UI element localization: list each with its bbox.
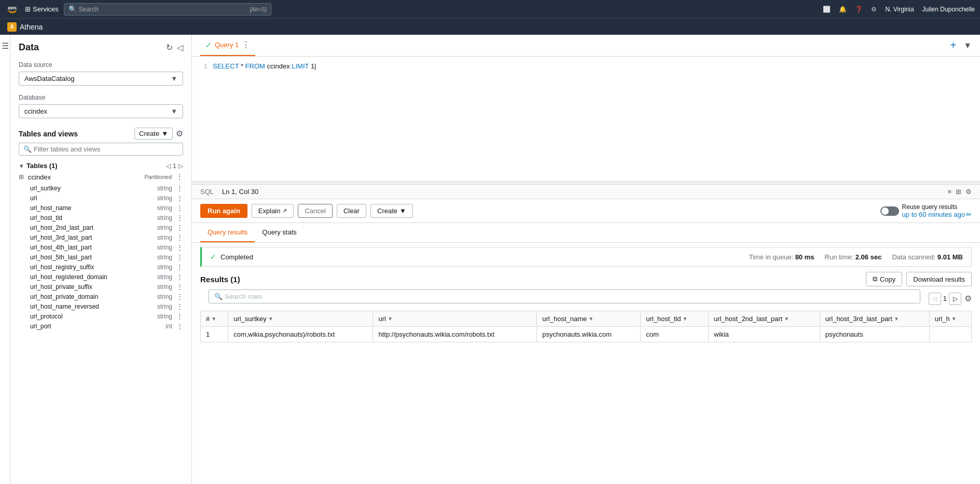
column-menu-icon[interactable]: ⋮ (176, 253, 183, 261)
sort-icon-url[interactable]: ▼ (388, 316, 393, 322)
search-rows-container: 🔍 (200, 289, 929, 308)
sort-icon-url-host-name[interactable]: ▼ (588, 316, 593, 322)
services-menu[interactable]: ⊞ Services (25, 5, 59, 13)
tab-query-results[interactable]: Query results (200, 223, 255, 242)
sort-icon-url-h[interactable]: ▼ (951, 316, 957, 322)
table-item[interactable]: ⊞ ccindex Partitioned ⋮ (10, 171, 191, 183)
cursor-position: Ln 1, Col 30 (222, 188, 258, 196)
search-rows-box[interactable]: 🔍 (209, 289, 920, 303)
tab-query-stats[interactable]: Query stats (255, 223, 303, 242)
run-button[interactable]: Run again (200, 204, 247, 218)
results-settings-icon[interactable]: ⚙ (964, 294, 972, 303)
app-layout: ☰ Data ↻ ◁ Data source AwsDataCatalog ▼ … (0, 35, 980, 484)
clear-button[interactable]: Clear (337, 204, 366, 218)
column-menu-icon[interactable]: ⋮ (176, 283, 183, 291)
database-dropdown[interactable]: ccindex ▼ (19, 104, 183, 118)
reuse-sub[interactable]: up to 60 minutes ago ✏ (902, 211, 972, 218)
create-table-button[interactable]: Create ▼ (134, 128, 173, 140)
col-header-url-host-name: url_host_name ▼ (537, 311, 641, 327)
region-selector[interactable]: N. Virginia (885, 6, 914, 13)
copy-icon: ⧉ (873, 275, 877, 283)
column-item: url_host_private_domain string ⋮ (10, 292, 191, 301)
next-page-button[interactable]: ▷ (949, 293, 961, 305)
tab-expand-icon[interactable]: ▼ (963, 41, 972, 50)
add-query-tab-button[interactable]: + (947, 39, 959, 51)
table-settings-icon[interactable]: ⚙ (176, 129, 183, 139)
column-menu-icon[interactable]: ⋮ (176, 224, 183, 231)
editor-toolbar-icons: ≡ ⊞ ⚙ (947, 188, 972, 196)
user-menu[interactable]: Julien Duponchelle (922, 6, 975, 13)
column-menu-icon[interactable]: ⋮ (176, 293, 183, 300)
sort-icon-num[interactable]: ▼ (211, 316, 216, 322)
column-menu-icon[interactable]: ⋮ (176, 312, 183, 320)
create-button[interactable]: Create ▼ (370, 204, 413, 218)
bell-icon[interactable]: 🔔 (839, 6, 847, 13)
next-page-icon[interactable]: ▷ (178, 162, 183, 170)
completed-text: Completed (220, 253, 253, 261)
sort-icon-url-surtkey[interactable]: ▼ (268, 316, 273, 322)
completed-icon: ✓ (210, 253, 216, 261)
column-menu-icon[interactable]: ⋮ (176, 243, 183, 251)
tables-expand-icon[interactable]: ▼ (19, 163, 24, 169)
global-search[interactable]: 🔍 [Alt+S] (64, 3, 271, 16)
editor-content[interactable]: 1 SELECT * FROM ccindex LIMIT 1| (192, 57, 980, 181)
column-name: url_host_registry_suffix (30, 264, 153, 271)
column-item: url_host_tld string ⋮ (10, 213, 191, 223)
data-source-dropdown[interactable]: AwsDataCatalog ▼ (19, 72, 183, 86)
sidebar-actions: ↻ ◁ (166, 43, 183, 52)
copy-button[interactable]: ⧉ Copy (866, 272, 902, 286)
column-type: int (165, 323, 172, 330)
search-input[interactable] (79, 6, 250, 13)
column-menu-icon[interactable]: ⋮ (176, 233, 183, 241)
tab-more-icon[interactable]: ⋮ (242, 40, 250, 50)
column-item: url_protocol string ⋮ (10, 311, 191, 321)
results-area: Query results Query stats ✓ Completed Ti… (192, 223, 980, 484)
table-view-icon[interactable]: ⊞ (956, 188, 961, 196)
reuse-toggle[interactable] (880, 206, 899, 216)
notification-icon[interactable]: ⬜ (823, 6, 831, 13)
table-menu-icon[interactable]: ⋮ (176, 173, 183, 181)
editor-resize-handle[interactable] (192, 181, 980, 184)
column-menu-icon[interactable]: ⋮ (176, 273, 183, 281)
help-icon[interactable]: ❓ (855, 6, 863, 13)
col-header-url-surtkey: url_surtkey ▼ (228, 311, 373, 327)
column-menu-icon[interactable]: ⋮ (176, 184, 183, 192)
column-menu-icon[interactable]: ⋮ (176, 204, 183, 212)
settings-icon[interactable]: ⚙ (871, 6, 877, 13)
results-actions: ⧉ Copy Download results (866, 272, 972, 286)
explain-button[interactable]: Explain ↗ (252, 204, 294, 218)
cancel-button[interactable]: Cancel (298, 204, 332, 218)
code-editor[interactable]: SELECT * FROM ccindex LIMIT 1| (213, 62, 980, 176)
refresh-icon[interactable]: ↻ (166, 43, 173, 52)
toggle-control[interactable] (880, 206, 899, 216)
prev-page-button[interactable]: ◁ (929, 293, 941, 305)
download-button[interactable]: Download results (906, 272, 972, 286)
column-menu-icon[interactable]: ⋮ (176, 194, 183, 202)
column-item: url_host_private_suffix string ⋮ (10, 282, 191, 292)
sidebar-collapse-button[interactable]: ☰ (0, 35, 10, 484)
editor-settings-icon[interactable]: ⚙ (965, 188, 972, 196)
column-item: url_surtkey string ⋮ (10, 183, 191, 193)
column-menu-icon[interactable]: ⋮ (176, 302, 183, 310)
sort-icon-url-host-2nd[interactable]: ▼ (784, 316, 789, 322)
sort-icon-url-host-tld[interactable]: ▼ (682, 316, 687, 322)
svg-text:aws: aws (8, 5, 17, 10)
column-type: string (157, 303, 172, 310)
tables-search-icon: 🔍 (23, 145, 32, 153)
column-item: url_host_registered_domain string ⋮ (10, 272, 191, 282)
sort-icon-url-host-3rd[interactable]: ▼ (894, 316, 899, 322)
column-menu-icon[interactable]: ⋮ (176, 322, 183, 330)
prev-page-icon[interactable]: ◁ (166, 162, 171, 170)
tables-search-box[interactable]: 🔍 (19, 143, 183, 156)
sidebar-collapse-icon[interactable]: ◁ (177, 43, 183, 52)
toolbar-right: Reuse query results up to 60 minutes ago… (880, 203, 972, 218)
column-menu-icon[interactable]: ⋮ (176, 263, 183, 271)
aws-logo[interactable]: aws (5, 2, 20, 17)
search-rows-input[interactable] (225, 293, 915, 300)
query-tab-1[interactable]: ✓ Query 1 ⋮ (200, 35, 255, 56)
col-header-num: # ▼ (201, 311, 228, 327)
format-icon[interactable]: ≡ (947, 188, 951, 196)
column-menu-icon[interactable]: ⋮ (176, 214, 183, 222)
column-type: string (157, 234, 172, 241)
tables-search-input[interactable] (34, 145, 178, 153)
